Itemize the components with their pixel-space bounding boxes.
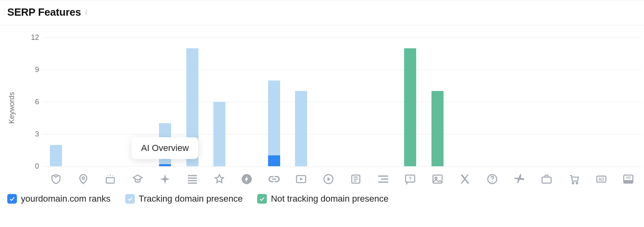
jobs-icon[interactable]: [541, 173, 553, 185]
video-icon[interactable]: [295, 173, 307, 185]
bar-slot[interactable]: [560, 37, 588, 166]
bar-slot[interactable]: [397, 37, 424, 166]
bar-slot[interactable]: [342, 37, 369, 166]
ads-bottom-icon[interactable]: AD: [622, 173, 634, 185]
bar-ranks: [159, 164, 171, 166]
svg-text:?: ?: [409, 176, 412, 182]
card-title: SERP Features: [7, 6, 81, 19]
serp-features-card: SERP Features i Keywords 036912 AI Overv…: [0, 0, 644, 227]
svg-point-11: [491, 181, 493, 182]
bar-nottrack: [431, 91, 444, 166]
y-tick-label: 6: [23, 98, 39, 106]
legend-label: Not tracking domain presence: [271, 194, 388, 204]
bar-slot[interactable]: [260, 37, 288, 166]
ai-overview-icon[interactable]: [159, 173, 171, 185]
image-icon[interactable]: [431, 173, 444, 185]
svg-point-9: [435, 177, 437, 179]
video-carousel-icon[interactable]: [322, 173, 334, 185]
bar-slot[interactable]: [533, 37, 560, 166]
bar-slot[interactable]: [206, 37, 233, 166]
svg-rect-12: [542, 177, 551, 183]
twitter-icon[interactable]: [459, 173, 471, 185]
tooltip: AI Overview: [131, 137, 198, 159]
bar-slot[interactable]: [479, 37, 506, 166]
amp-icon[interactable]: [241, 173, 253, 185]
bar-presence: [213, 102, 225, 166]
bar-slot[interactable]: [369, 37, 397, 166]
ai-overviews-list-icon[interactable]: [104, 173, 116, 185]
bar-slot[interactable]: [424, 37, 451, 166]
bar-slot[interactable]: [233, 37, 260, 166]
legend-label: Tracking domain presence: [139, 194, 243, 204]
legend: yourdomain.com ranks Tracking domain pre…: [0, 190, 644, 204]
legend-label: yourdomain.com ranks: [21, 194, 111, 204]
plot-area: 036912 AI Overview: [42, 37, 642, 166]
bar-slot[interactable]: [97, 37, 124, 166]
shopping-icon[interactable]: [568, 173, 580, 185]
svg-text:AD: AD: [598, 177, 604, 182]
checkbox-icon: [257, 194, 267, 204]
questions-icon[interactable]: [486, 173, 498, 185]
indented-icon[interactable]: [377, 173, 389, 185]
card-header: SERP Features i: [0, 0, 644, 25]
tooltip-text: AI Overview: [141, 143, 189, 153]
svg-text:AD: AD: [626, 175, 631, 180]
bar-ranks: [268, 155, 280, 166]
legend-item-nottrack[interactable]: Not tracking domain presence: [257, 194, 388, 204]
bar-presence: [268, 80, 280, 166]
bar-slot[interactable]: [288, 37, 315, 166]
y-tick-label: 3: [23, 130, 39, 138]
bar-slot[interactable]: [588, 37, 615, 166]
reviews-icon[interactable]: [213, 173, 225, 185]
knowledge-panel-icon[interactable]: [132, 173, 144, 185]
bar-slot[interactable]: [42, 37, 70, 166]
chart: Keywords 036912 AI Overview ?ADAD: [0, 25, 644, 190]
bar-presence: [295, 91, 307, 166]
info-icon[interactable]: i: [85, 8, 87, 17]
svg-rect-18: [624, 180, 633, 184]
bar-presence: [50, 145, 62, 166]
svg-point-0: [82, 177, 84, 179]
faq-icon[interactable]: ?: [404, 173, 416, 185]
svg-point-14: [576, 182, 578, 184]
svg-rect-1: [106, 177, 114, 183]
ads-icon[interactable]: AD: [595, 173, 607, 185]
x-axis-icons: ?ADAD: [42, 172, 642, 186]
flights-icon[interactable]: [513, 173, 525, 185]
checkbox-icon: [7, 194, 17, 204]
y-axis-label: Keywords: [8, 92, 16, 124]
bar-slot[interactable]: [451, 37, 479, 166]
legend-item-presence[interactable]: Tracking domain presence: [125, 194, 243, 204]
checkbox-icon: [125, 194, 135, 204]
bar-slot[interactable]: [615, 37, 642, 166]
y-tick-label: 9: [23, 66, 39, 74]
bar-slot[interactable]: [70, 37, 97, 166]
bar-slot[interactable]: [506, 37, 533, 166]
sitelinks-icon[interactable]: [186, 173, 198, 185]
bar-slot[interactable]: [315, 37, 342, 166]
legend-item-ranks[interactable]: yourdomain.com ranks: [7, 194, 111, 204]
bar-nottrack: [404, 48, 416, 166]
svg-rect-8: [433, 175, 442, 183]
link-icon[interactable]: [268, 173, 280, 185]
local-pack-icon[interactable]: [77, 173, 89, 185]
news-icon[interactable]: [350, 173, 362, 185]
y-tick-label: 12: [23, 33, 39, 42]
featured-snippet-icon[interactable]: [50, 173, 62, 185]
y-tick-label: 0: [23, 162, 39, 171]
svg-point-13: [572, 182, 574, 184]
